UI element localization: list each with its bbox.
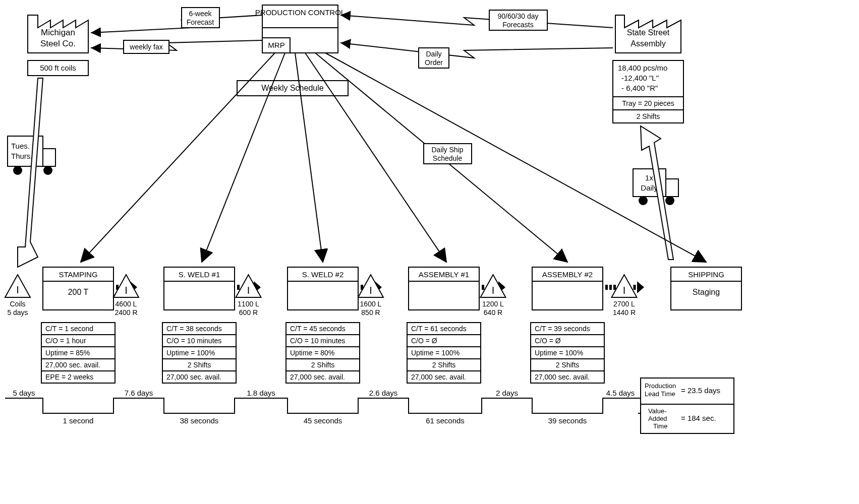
- process-4: ASSEMBLY #2C/T = 39 secondsC/O = ØUptime…: [531, 267, 604, 383]
- process-data: 2 Shifts: [556, 361, 580, 369]
- forecast-6-2: Forecast: [187, 18, 214, 26]
- totals-lt1: Production: [645, 382, 676, 390]
- supplier-ship-2: Thurs.: [11, 152, 33, 160]
- svg-text:I: I: [247, 285, 250, 296]
- timeline-top: 4.5 days: [606, 389, 635, 397]
- svg-rect-40: [237, 285, 240, 290]
- process-data: Uptime = 100%: [411, 349, 460, 357]
- timeline-top: 2.6 days: [369, 389, 398, 397]
- inventory-3: I1200 L640 R: [481, 275, 506, 317]
- mrp-label: MRP: [268, 41, 284, 49]
- totals-lt2: Lead Time: [645, 390, 675, 398]
- svg-point-12: [13, 166, 22, 175]
- customer-ship-1: 1x: [645, 173, 653, 182]
- svg-point-13: [43, 166, 52, 175]
- customer-name-1: State Street: [627, 28, 670, 37]
- process-data: 27,000 sec. avail.: [411, 373, 466, 381]
- supplier-coils: 500 ft coils: [40, 64, 76, 72]
- process-name: S. WELD #2: [302, 270, 344, 279]
- forecast-6-1: 6-week: [189, 10, 212, 18]
- daily-order-2: Order: [425, 58, 443, 67]
- timeline-bot: 38 seconds: [180, 416, 219, 425]
- timeline: 5 days7.6 days1.8 days2.6 days2 days4.5 …: [5, 389, 641, 425]
- customer-factory: State Street Assembly 18,400 pcs/mo -12,…: [613, 15, 683, 123]
- customer-d4: Tray = 20 pieces: [622, 99, 674, 107]
- customer-d3: - 6,400 "R": [621, 84, 658, 92]
- process-5: SHIPPINGStaging: [671, 267, 741, 310]
- process-data: 2 Shifts: [432, 361, 456, 369]
- inv-r: 2400 R: [114, 308, 137, 317]
- svg-text:I: I: [125, 285, 128, 296]
- forecast-6week-arrow: 6-week Forecast: [91, 8, 262, 33]
- inv-l: 1600 L: [360, 300, 382, 308]
- svg-rect-69: [613, 285, 616, 290]
- process-data: C/O = 1 hour: [45, 337, 86, 345]
- process-name: SHIPPING: [688, 270, 724, 279]
- svg-text:I: I: [492, 285, 495, 296]
- supplier-name-2: Steel Co.: [40, 39, 76, 48]
- customer-name-2: Assembly: [631, 39, 665, 48]
- svg-text:I: I: [623, 285, 626, 296]
- process-data: C/O = Ø: [535, 337, 561, 345]
- svg-point-16: [665, 196, 674, 205]
- inv0-l1: Coils: [10, 300, 25, 308]
- timeline-bot: 1 second: [63, 416, 94, 425]
- svg-point-15: [639, 196, 648, 205]
- inventory-coils: I Coils 5 days: [5, 275, 30, 317]
- process-data: 27,000 sec. avail.: [166, 373, 221, 381]
- process-2: S. WELD #2C/T = 45 secondsC/O = 10 minut…: [286, 267, 360, 383]
- weekly-fax-arrow: weekly fax: [91, 40, 262, 53]
- svg-rect-58: [482, 285, 484, 290]
- process-data: C/T = 39 seconds: [535, 325, 590, 333]
- inv-l: 1100 L: [238, 300, 259, 308]
- process-3: ASSEMBLY #1C/T = 61 secondsC/O = ØUptime…: [407, 267, 481, 383]
- svg-line-17: [81, 53, 275, 262]
- process-1: S. WELD #1C/T = 38 secondsC/O = 10 minut…: [162, 267, 236, 383]
- daily-order-arrow: Daily Order: [340, 43, 613, 68]
- timeline-top: 1.8 days: [247, 389, 275, 397]
- timeline-top: 5 days: [13, 389, 35, 397]
- daily-ship-2: Schedule: [433, 154, 463, 162]
- process-data: C/T = 45 seconds: [290, 325, 346, 333]
- process-data: C/O = 10 minutes: [166, 337, 221, 345]
- process-data: 27,000 sec. avail.: [535, 373, 590, 381]
- process-name: S. WELD #1: [179, 270, 220, 279]
- inv-l: 2700 L: [613, 300, 635, 308]
- svg-rect-70: [634, 285, 636, 290]
- forecast-9-2: Forecasts: [502, 21, 533, 29]
- process-data: Uptime = 85%: [45, 349, 90, 357]
- process-data: 2 Shifts: [188, 361, 211, 369]
- inv-r: 850 R: [361, 308, 380, 317]
- process-data: 27,000 sec. avail.: [290, 373, 345, 381]
- svg-text:I: I: [16, 284, 19, 295]
- process-data: C/T = 1 second: [45, 325, 93, 333]
- customer-d1: 18,400 pcs/mo: [618, 64, 667, 72]
- inv-l: 4600 L: [116, 300, 137, 308]
- totals-va3: Time: [653, 422, 667, 430]
- timeline-top: 7.6 days: [125, 389, 153, 397]
- process-data: Uptime = 100%: [166, 349, 215, 357]
- process-name: STAMPING: [59, 270, 97, 279]
- daily-ship-1: Daily Ship: [431, 146, 463, 154]
- process-data: C/T = 61 seconds: [411, 325, 467, 333]
- svg-rect-68: [609, 285, 612, 290]
- process-sub: 200 T: [68, 288, 89, 296]
- timeline-bot: 45 seconds: [304, 416, 342, 425]
- supplier-name-1: Michigan: [41, 28, 75, 37]
- process-data: C/O = Ø: [411, 337, 437, 345]
- inventory-0: I4600 L2400 R: [113, 275, 139, 317]
- process-data: 27,000 sec. avail.: [45, 361, 100, 369]
- process-data: EPE = 2 weeks: [45, 373, 93, 381]
- totals-lt3: = 23.5 days: [681, 386, 720, 395]
- inv-r: 1440 R: [613, 308, 636, 317]
- inv0-l2: 5 days: [7, 308, 28, 317]
- timeline-top: 2 days: [496, 389, 518, 397]
- inv-r: 640 R: [484, 308, 502, 317]
- inv-r: 600 R: [239, 308, 258, 317]
- svg-rect-67: [605, 285, 608, 290]
- process-0: STAMPING200 TC/T = 1 secondC/O = 1 hourU…: [41, 267, 115, 383]
- supplier-factory: Michigan Steel Co. 500 ft coils: [28, 15, 88, 76]
- process-data: 2 Shifts: [311, 361, 335, 369]
- customer-d5: 2 Shifts: [637, 112, 660, 120]
- timeline-bot: 61 seconds: [426, 416, 465, 425]
